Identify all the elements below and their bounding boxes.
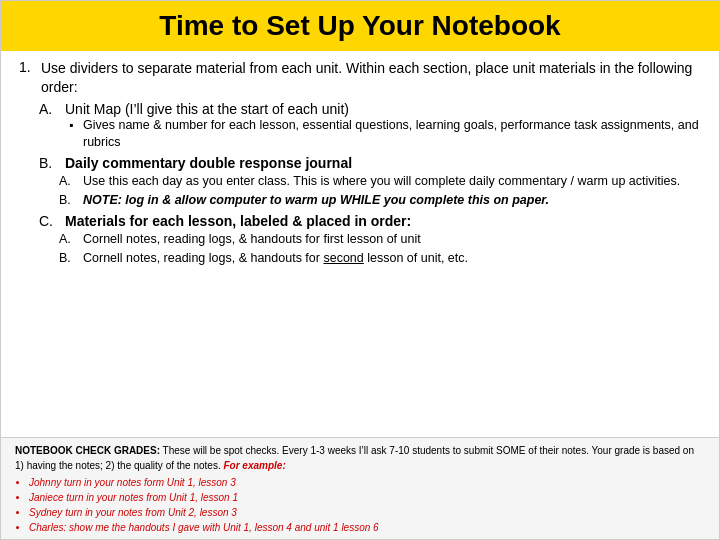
footer-bullet-4: Charles: show me the handouts I gave wit… [29,520,705,535]
footer-bullet-1: Johnny turn in your notes form Unit 1, l… [29,475,705,490]
section-a: A. Unit Map (I’ll give this at the start… [39,101,701,152]
footer-bullet-3: Sydney turn in your notes from Unit 2, l… [29,505,705,520]
section-b: B. Daily commentary double response jour… [39,155,701,210]
section-c-subB-underline: second [323,251,363,265]
section-b-subA-text: Use this each day as you enter class. Th… [83,173,680,191]
section-a-letter: A. [39,101,59,117]
section-c-subB-label: B. [59,250,77,268]
section-c-sub: A. Cornell notes, reading logs, & handou… [59,231,701,268]
footer-bold: NOTEBOOK CHECK GRADES: [15,445,160,456]
footer-red: For example: [223,460,285,471]
section-c-header: C. Materials for each lesson, labeled & … [39,213,701,229]
section-a-bullet-text: Gives name & number for each lesson, ess… [83,117,701,152]
section-a-text: Unit Map (I’ll give this at the start of… [65,101,349,117]
section-b-subB-label: B. [59,192,77,210]
section-c: C. Materials for each lesson, labeled & … [39,213,701,268]
section-b-subB: B. NOTE: log in & allow computer to warm… [59,192,701,210]
section-b-letter: B. [39,155,59,171]
section-c-letter: C. [39,213,59,229]
section-c-text: Materials for each lesson, labeled & pla… [65,213,411,229]
footer-bullet-2: Janiece turn in your notes from Unit 1, … [29,490,705,505]
page: Time to Set Up Your Notebook 1. Use divi… [0,0,720,540]
section-a-header: A. Unit Map (I’ll give this at the start… [39,101,701,117]
section-b-subA: A. Use this each day as you enter class.… [59,173,701,191]
item1-number: 1. [19,59,37,98]
section-a-bullet: ▪ Gives name & number for each lesson, e… [69,117,701,152]
title-bar: Time to Set Up Your Notebook [1,1,719,51]
footer: NOTEBOOK CHECK GRADES: These will be spo… [1,437,719,539]
section-b-sub: A. Use this each day as you enter class.… [59,173,701,210]
section-c-subB: B. Cornell notes, reading logs, & handou… [59,250,701,268]
section-b-text: Daily commentary double response journal [65,155,352,171]
page-title: Time to Set Up Your Notebook [159,10,560,41]
section-c-subB-content: Cornell notes, reading logs, & handouts … [83,250,468,268]
footer-bullets-list: Johnny turn in your notes form Unit 1, l… [15,475,705,535]
main-content: 1. Use dividers to separate material fro… [1,51,719,437]
bullet-square-icon: ▪ [69,117,77,152]
section-c-subB-text1: Cornell notes, reading logs, & handouts … [83,251,323,265]
section-b-header: B. Daily commentary double response jour… [39,155,701,171]
section-b-subB-text: NOTE: log in & allow computer to warm up… [83,192,549,210]
section-c-subA: A. Cornell notes, reading logs, & handou… [59,231,701,249]
section-c-subA-label: A. [59,231,77,249]
section-b-subA-label: A. [59,173,77,191]
section-c-subA-text: Cornell notes, reading logs, & handouts … [83,231,421,249]
main-item-1: 1. Use dividers to separate material fro… [19,59,701,98]
item1-text: Use dividers to separate material from e… [41,59,701,98]
section-c-subB-text2: lesson of unit, etc. [364,251,468,265]
footer-text-block: NOTEBOOK CHECK GRADES: These will be spo… [15,443,705,473]
